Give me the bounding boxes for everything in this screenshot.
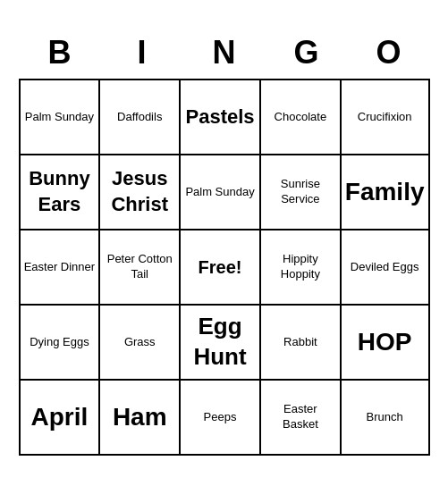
header-letter: I xyxy=(101,30,183,75)
bingo-cell: HOP xyxy=(342,306,430,381)
bingo-cell: Peter Cotton Tail xyxy=(100,230,181,306)
bingo-cell: Pastels xyxy=(181,80,261,155)
header-letter: B xyxy=(19,30,101,75)
header-letter: O xyxy=(348,30,430,75)
bingo-cell: Peeps xyxy=(181,381,261,456)
bingo-cell: Egg Hunt xyxy=(181,306,261,381)
bingo-grid: Palm SundayDaffodilsPastelsChocolateCruc… xyxy=(19,79,430,456)
bingo-cell: Easter Basket xyxy=(261,381,342,456)
bingo-cell: Free! xyxy=(181,230,261,306)
bingo-cell: Jesus Christ xyxy=(100,155,181,230)
bingo-cell: Sunrise Service xyxy=(261,155,342,230)
bingo-cell: Family xyxy=(342,155,430,230)
bingo-cell: Ham xyxy=(100,381,181,456)
bingo-cell: Easter Dinner xyxy=(21,230,101,306)
bingo-cell: Hippity Hoppity xyxy=(261,230,342,306)
bingo-cell: Palm Sunday xyxy=(21,80,101,155)
bingo-cell: Chocolate xyxy=(261,80,342,155)
bingo-cell: Bunny Ears xyxy=(21,155,101,230)
bingo-cell: Daffodils xyxy=(100,80,181,155)
bingo-cell: Crucifixion xyxy=(342,80,430,155)
bingo-card: BINGO Palm SundayDaffodilsPastelsChocola… xyxy=(10,21,439,465)
bingo-cell: Rabbit xyxy=(261,306,342,381)
bingo-cell: Palm Sunday xyxy=(181,155,261,230)
bingo-cell: Deviled Eggs xyxy=(342,230,430,306)
bingo-cell: Brunch xyxy=(342,381,430,456)
header-letter: N xyxy=(183,30,266,75)
bingo-cell: Grass xyxy=(100,306,181,381)
bingo-cell: April xyxy=(21,381,101,456)
header-letter: G xyxy=(266,30,348,75)
bingo-cell: Dying Eggs xyxy=(21,306,101,381)
bingo-header: BINGO xyxy=(19,30,430,75)
